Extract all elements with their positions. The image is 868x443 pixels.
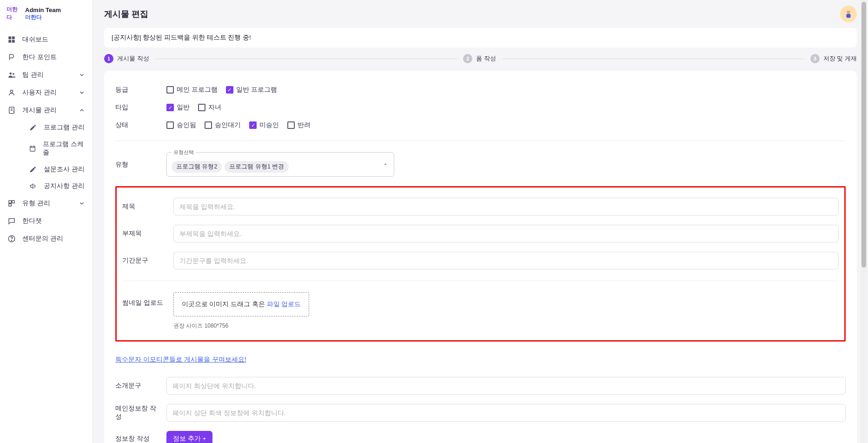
step-circle: 1 [104, 54, 113, 63]
pencil-icon [29, 165, 37, 174]
avatar[interactable] [840, 6, 857, 22]
nav-user[interactable]: 사용자 관리 [0, 84, 93, 101]
label-infobox: 정보창 작성 [115, 435, 157, 443]
step-circle: 3 [810, 54, 820, 63]
svg-point-5 [13, 73, 14, 75]
scrollbar-thumb[interactable] [861, 2, 866, 268]
svg-rect-16 [9, 204, 11, 206]
cb-general-program[interactable]: 일반 프로그램 [226, 86, 277, 94]
dashboard-icon [7, 35, 16, 44]
checkbox-checked-icon [226, 86, 233, 94]
select-legend: 유형선택 [172, 149, 196, 156]
nav-sub-schedule[interactable]: 프로그램 스케줄 [15, 136, 93, 161]
chip[interactable]: 프로그램 유형2 [172, 161, 222, 173]
cb-label: 일반 프로그램 [236, 86, 277, 94]
upload-link[interactable]: 파일 업로드 [267, 301, 301, 308]
intro-input[interactable] [166, 377, 846, 395]
cb-approved[interactable]: 승인됨 [166, 121, 196, 129]
row-intro: 소개문구 [115, 372, 846, 399]
upload-drag-text: 이곳으로 이미지 드래그 혹은 [182, 301, 267, 308]
cb-child[interactable]: 자녀 [198, 103, 221, 112]
nav-label: 대쉬보드 [22, 35, 48, 44]
nav-team[interactable]: 팀 관리 [0, 66, 93, 84]
page-title: 게시물 편집 [104, 8, 148, 20]
divider [115, 141, 846, 141]
svg-rect-0 [8, 36, 11, 39]
cb-label: 자녀 [208, 103, 221, 112]
cb-general[interactable]: 일반 [166, 103, 190, 112]
cb-rejected[interactable]: 반려 [287, 121, 311, 129]
row-thumbnail: 썸네일 업로드 이곳으로 이미지 드래그 혹은 파일 업로드 권장 사이즈 10… [122, 288, 839, 335]
post-icon [7, 106, 16, 114]
chevron-down-icon [79, 200, 85, 207]
maininfo-input[interactable] [166, 404, 846, 422]
nav-dashboard[interactable]: 대쉬보드 [0, 31, 93, 48]
nav: 대쉬보드 한다 포인트 팀 관리 [0, 25, 93, 253]
nav-point[interactable]: 한다 포인트 [0, 48, 93, 66]
subtitle-input[interactable] [173, 225, 839, 242]
cb-unapproved[interactable]: 미승인 [249, 121, 279, 129]
nav-label: 센터문의 관리 [22, 235, 63, 243]
highlight-box: 제목 부제목 기간문구 [115, 186, 846, 342]
nav-sub-label: 프로그램 스케줄 [43, 140, 85, 157]
type-icon [7, 199, 16, 208]
row-grade: 등급 메인 프로그램 일반 프로그램 [115, 81, 846, 99]
cb-label: 일반 [177, 103, 190, 112]
svg-rect-14 [9, 201, 11, 203]
nav-sub-label: 공지사항 관리 [44, 182, 85, 190]
nav-type[interactable]: 유형 관리 [0, 195, 93, 212]
checkbox-checked-icon [166, 104, 174, 111]
step-2[interactable]: 2 폼 작성 [463, 54, 496, 63]
nav-post[interactable]: 게시물 관리 [0, 101, 93, 119]
svg-rect-15 [12, 201, 14, 203]
nav-sub-notice[interactable]: 공지사항 관리 [15, 178, 93, 195]
category-select[interactable]: 유형선택 프로그램 유형2 프로그램 유형1 변경 [166, 152, 394, 177]
chevron-down-icon [79, 89, 85, 96]
period-input[interactable] [173, 252, 839, 269]
scrollbar-track[interactable] [861, 0, 867, 443]
svg-rect-2 [8, 40, 11, 43]
caret-down-icon [383, 161, 388, 168]
cb-main-program[interactable]: 메인 프로그램 [166, 86, 218, 94]
emoji-link[interactable]: 특수문자 이모티콘들로 게시물을 꾸며보세요! [115, 356, 246, 364]
notice-bar[interactable]: [공지사항] 향상된 피드백을 위한 테스트 진행 중! [104, 28, 857, 47]
nav-sub-label: 프로그램 관리 [44, 123, 85, 132]
nav-label: 게시물 관리 [22, 106, 57, 114]
logo[interactable]: 더한다 Admin Team 더한다 [0, 0, 93, 25]
nav-sub-label: 설문조사 관리 [44, 165, 85, 174]
step-3[interactable]: 3 저장 및 게재 [810, 54, 857, 63]
nav-chat[interactable]: 한다챗 [0, 212, 93, 230]
checkbox-checked-icon [249, 121, 257, 129]
step-label: 폼 작성 [476, 54, 496, 63]
svg-rect-10 [30, 146, 35, 151]
megaphone-icon [29, 182, 37, 190]
nav-label: 유형 관리 [22, 199, 50, 208]
nav-label: 팀 관리 [22, 71, 44, 79]
label-status: 상태 [115, 121, 157, 129]
divider [122, 281, 839, 281]
row-subtitle: 부제목 [122, 220, 839, 247]
nav-sub-survey[interactable]: 설문조사 관리 [15, 161, 93, 178]
label-thumbnail: 썸네일 업로드 [122, 292, 164, 307]
chip[interactable]: 프로그램 유형1 변경 [225, 161, 289, 173]
thumbnail-dropzone[interactable]: 이곳으로 이미지 드래그 혹은 파일 업로드 [173, 292, 309, 316]
nav-help[interactable]: 센터문의 관리 [0, 230, 93, 248]
stepper: 1 게시물 작성 2 폼 작성 3 저장 및 게재 [104, 54, 857, 63]
label-type: 타입 [115, 103, 157, 112]
upload-hint: 권장 사이즈 1080*756 [173, 322, 228, 330]
help-icon [7, 235, 16, 243]
checkbox-icon [205, 121, 212, 129]
cb-label: 메인 프로그램 [177, 86, 218, 94]
cb-pending[interactable]: 승인대기 [205, 121, 241, 129]
svg-point-19 [847, 11, 850, 14]
title-input[interactable] [173, 198, 839, 215]
nav-sub-program[interactable]: 프로그램 관리 [15, 119, 93, 136]
svg-rect-1 [12, 36, 15, 39]
row-maininfo: 메인정보창 작성 [115, 399, 846, 426]
svg-rect-3 [12, 40, 15, 43]
step-1[interactable]: 1 게시물 작성 [104, 54, 149, 63]
add-infobox-button[interactable]: 정보 추가 + [166, 431, 212, 443]
logo-line2: 더한다 [25, 14, 61, 20]
chat-icon [7, 217, 16, 225]
row-category: 유형 유형선택 프로그램 유형2 프로그램 유형1 변경 [115, 148, 846, 181]
